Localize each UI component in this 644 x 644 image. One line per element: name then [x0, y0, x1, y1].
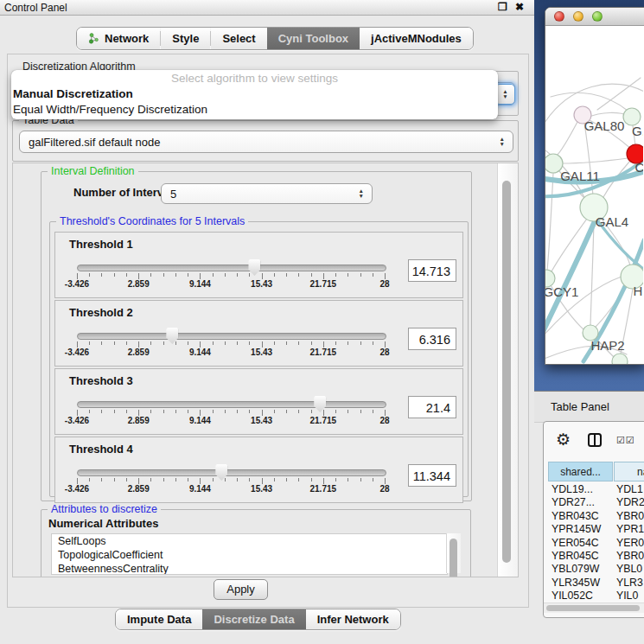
float-window-icon[interactable]: ❐	[498, 1, 507, 13]
tick-label: 21.715	[310, 416, 337, 425]
cell-name[interactable]: YPR1	[616, 523, 644, 535]
table-row[interactable]: YLR345WYLR3	[544, 577, 644, 590]
attribute-item-topologicalcoefficient[interactable]: TopologicalCoefficient	[52, 548, 447, 562]
cell-shared-name[interactable]: YER054C	[552, 537, 599, 549]
tick-mark	[249, 273, 250, 277]
tab-label: Discretize Data	[214, 613, 294, 626]
close-panel-icon[interactable]: ✖	[515, 1, 524, 13]
number-of-intervals-stepper-icon[interactable]: ▲▼	[359, 188, 364, 199]
dropdown-option-equal-width-frequency[interactable]: Equal Width/Frequency Discretization	[11, 102, 498, 118]
cell-shared-name[interactable]: YBR045C	[552, 550, 599, 562]
tab-jactivemnodules[interactable]: jActiveMNodules	[360, 28, 473, 49]
slider-thumb[interactable]	[248, 259, 260, 276]
table-row[interactable]: YDR27...YDR2	[544, 496, 644, 509]
slider-track[interactable]	[77, 401, 386, 408]
table-row[interactable]: YER054CYER0	[544, 537, 644, 550]
attributes-list-scrollbar[interactable]	[446, 533, 461, 573]
column-header-shared[interactable]: shared...	[548, 462, 613, 481]
cell-name[interactable]: YBR0	[616, 510, 644, 522]
network-edge	[584, 123, 593, 195]
network-edge	[590, 221, 594, 325]
table-hscrollbar-thumb[interactable]	[546, 605, 640, 611]
cell-name[interactable]: YER0	[616, 537, 644, 549]
network-icon	[88, 33, 99, 44]
cell-name[interactable]: YIL0	[616, 590, 638, 602]
slider-track[interactable]	[77, 469, 386, 476]
slider-track[interactable]	[77, 333, 386, 340]
settings-scrollbar-thumb[interactable]	[502, 181, 511, 563]
attribute-item-selfloops[interactable]: SelfLoops	[52, 534, 447, 548]
tick-mark	[311, 478, 312, 481]
algorithm-combobox-stepper-icon[interactable]: ▲ ▼	[495, 84, 515, 105]
tick-mark	[335, 410, 336, 413]
table-row[interactable]: YBR043CYBR0	[544, 510, 644, 523]
tick-label: 28	[379, 416, 389, 425]
cell-name[interactable]: YLR3	[616, 577, 643, 589]
mac-close-icon[interactable]	[554, 11, 564, 22]
table-panel-titlebar: Table Panel	[534, 391, 644, 423]
cell-shared-name[interactable]: YDL19...	[552, 483, 593, 495]
mac-minimize-icon[interactable]	[573, 11, 583, 22]
tick-mark	[274, 273, 275, 277]
tab-discretize-data[interactable]: Discretize Data	[202, 609, 305, 629]
table-rows[interactable]: YDL19...YDL1YDR27...YDR2YBR043CYBR0YPR14…	[544, 483, 644, 603]
apply-button[interactable]: Apply	[214, 579, 268, 600]
checkbox-columns-icon[interactable]: ☑☑	[616, 435, 635, 446]
tick-mark	[323, 478, 324, 484]
table-row[interactable]: YPR145WYPR1	[544, 523, 644, 536]
threshold-panels: Threshold 1-3.4262.8599.14415.4321.71528…	[54, 232, 463, 505]
tab-network[interactable]: Network	[77, 28, 160, 49]
cell-shared-name[interactable]: YLR345W	[552, 577, 600, 589]
network-canvas[interactable]: GAL80G.CGAL11GAL4GCY1HHAP2	[545, 26, 643, 364]
threshold-value-field[interactable]: 11.344	[408, 464, 456, 487]
cell-shared-name[interactable]: YPR145W	[552, 523, 601, 535]
network-node[interactable]	[612, 354, 628, 364]
table-row[interactable]: YBL079WYBL0	[544, 563, 644, 576]
cell-shared-name[interactable]: YDR27...	[552, 496, 595, 508]
settings-scrollbar[interactable]	[497, 163, 519, 577]
tick-mark	[373, 410, 373, 413]
tick-label: 15.43	[251, 416, 272, 425]
slider-thumb[interactable]	[314, 396, 326, 412]
slider-thumb[interactable]	[215, 464, 227, 481]
number-of-intervals-combobox[interactable]: 5 ▲▼	[161, 183, 373, 204]
table-data-combobox[interactable]: galFiltered.sif default node ▲▼	[19, 131, 513, 153]
table-row[interactable]: YDL19...YDL1	[544, 483, 644, 496]
cell-shared-name[interactable]: YIL052C	[552, 590, 593, 602]
tick-mark	[77, 341, 78, 348]
network-node-label: GCY1	[545, 284, 578, 299]
cell-shared-name[interactable]: YBL079W	[552, 563, 599, 575]
mac-zoom-icon[interactable]	[592, 11, 603, 22]
split-column-icon[interactable]	[587, 432, 603, 451]
tab-style[interactable]: Style	[161, 28, 210, 49]
slider-track[interactable]	[77, 265, 386, 271]
tab-select[interactable]: Select	[211, 28, 266, 49]
network-window-titlebar[interactable]	[545, 8, 644, 26]
tab-infer-network[interactable]: Infer Network	[306, 609, 400, 629]
threshold-value-field[interactable]: 6.316	[408, 328, 456, 350]
table-data-stepper-icon[interactable]: ▲▼	[500, 137, 505, 147]
table-hscrollbar[interactable]	[544, 603, 644, 613]
tab-label: Select	[222, 32, 255, 45]
cell-name[interactable]: YDL1	[616, 483, 643, 495]
cell-shared-name[interactable]: YBR043C	[552, 510, 599, 522]
table-row[interactable]: YBR045CYBR0	[544, 550, 644, 563]
tab-impute-data[interactable]: Impute Data	[116, 609, 202, 629]
threshold-value-field[interactable]: 14.713	[408, 259, 456, 282]
threshold-value-field[interactable]: 21.4	[408, 396, 456, 418]
numerical-attributes-list[interactable]: SelfLoopsTopologicalCoefficientBetweenne…	[51, 533, 448, 575]
slider-thumb[interactable]	[166, 328, 178, 344]
tick-mark	[150, 410, 151, 413]
cell-name[interactable]: YBL0	[616, 563, 642, 575]
tab-cyni-toolbox[interactable]: Cyni Toolbox	[267, 28, 360, 49]
column-header-name[interactable]: na	[614, 462, 644, 481]
cell-name[interactable]: YBR0	[616, 550, 644, 562]
dropdown-option-manual-discretization[interactable]: Manual Discretization	[11, 86, 498, 102]
attributes-list-scrollbar-thumb[interactable]	[450, 539, 457, 577]
attribute-item-betweennesscentrality[interactable]: BetweennessCentrality	[52, 562, 447, 575]
network-node-g-[interactable]	[623, 108, 641, 125]
cell-name[interactable]: YDR2	[616, 496, 644, 508]
table-row[interactable]: YIL052CYIL0	[544, 590, 644, 603]
tick-mark	[200, 410, 201, 416]
gear-icon[interactable]: ⚙	[556, 430, 571, 450]
